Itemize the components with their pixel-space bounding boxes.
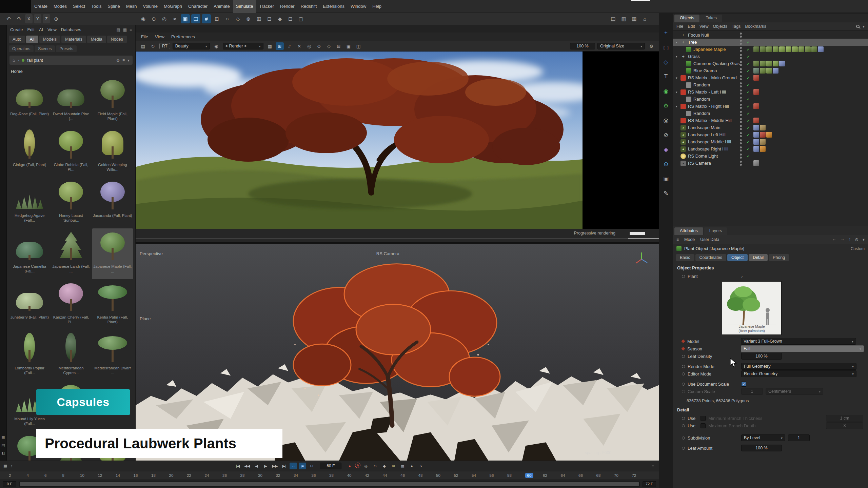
tag-swatch[interactable] [766,46,772,52]
anim-dot[interactable] [682,372,685,375]
model-dropdown[interactable]: Variant 3 Full-Grown [741,338,856,345]
object-row[interactable]: Landscape Middle Hill ✓ [673,138,868,145]
object-label[interactable]: Japanese Maple [693,47,740,52]
mode-tool-icon[interactable]: ⊘ [662,130,670,139]
object-label[interactable]: RS Dome Light [688,154,740,159]
render-view-menu-item[interactable]: Preferences [171,34,195,39]
object-label[interactable]: Tree [688,40,740,45]
plant-preview[interactable]: Japanese Maple (Acer palmatum) [722,281,782,335]
aov-dropdown[interactable]: Beauty [173,43,210,49]
keyframe-dot[interactable] [681,347,685,350]
frame-tick[interactable]: 64 [561,473,579,477]
enabled-check[interactable]: ✓ [747,76,753,80]
tag-swatch[interactable] [766,68,772,74]
render-toolbar-icon[interactable]: ⊞ [276,42,284,50]
mode-tool-icon[interactable]: ▢ [662,43,670,52]
toolbar-icon[interactable]: ◉ [139,14,148,23]
render-toolbar-icon[interactable]: ▤ [139,42,147,50]
object-menu-item[interactable]: View [699,24,709,29]
object-row[interactable]: Random ✓ [673,81,868,88]
object-label[interactable]: Random [693,111,740,116]
search-icon[interactable] [856,25,860,28]
frame-tick[interactable]: 14 [116,473,134,477]
mode-tool-icon[interactable]: ▣ [662,174,670,183]
anim-dot[interactable] [682,436,685,440]
asset-subtab[interactable]: Scenes [35,45,55,52]
render-canvas[interactable] [136,52,659,229]
object-label[interactable]: RS Matrix - Middle Hill [688,118,740,123]
object-row[interactable]: Random ✓ [673,96,868,103]
object-row[interactable]: Common Quaking Grass ✓ [673,60,868,67]
record-button[interactable]: A [355,463,360,468]
section-tab[interactable]: Coordinates [695,254,726,261]
visibility-dots[interactable] [740,89,742,95]
current-frame-field[interactable]: 60 F [320,463,341,469]
use-document-scale-checkbox[interactable]: ✓ [741,382,746,387]
toolbar-icon[interactable]: ○ [223,14,232,23]
tag-swatch[interactable] [779,61,785,66]
object-label[interactable]: RS Matrix - Right Hill [688,104,740,109]
asset-menu-icon[interactable]: ▦ [123,27,127,32]
enabled-check[interactable]: ✓ [747,125,753,130]
object-row[interactable]: Landscape Left Hill ✓ [673,131,868,138]
frame-tick[interactable]: 72 [632,473,650,477]
size-dropdown[interactable]: Original Size [597,43,645,49]
frame-tick[interactable]: 40 [347,473,365,477]
sort-icon[interactable]: ▾ [127,58,130,63]
range-start-field[interactable]: 0 F [3,481,16,487]
leaf-amount-field[interactable]: 100 % [741,445,782,451]
section-tab[interactable]: Basic [676,254,694,261]
transport-button[interactable]: |◀ [234,463,242,469]
rt-toggle[interactable]: RT [159,43,170,49]
asset-item[interactable]: Dog-Rose (Fall, Plant) [9,76,50,127]
frame-tick[interactable]: 24 [205,473,223,477]
render-toolbar-icon[interactable]: ◎ [305,42,313,50]
section-tab[interactable]: Detail [749,254,768,261]
toolbar-icon[interactable]: ▦ [254,14,263,23]
anim-dot[interactable] [682,424,685,427]
object-label[interactable]: Common Quaking Grass [693,61,740,66]
record-button[interactable]: ● [346,463,353,469]
frame-tick[interactable]: 56 [490,473,508,477]
menu-item[interactable]: Volume [140,0,161,13]
tag-swatch[interactable] [760,146,766,152]
frame-tick[interactable]: 54 [472,473,490,477]
user-data-menu[interactable]: User Data [700,237,719,242]
asset-menu-item[interactable]: View [47,27,57,32]
min-branch-checkbox[interactable] [701,416,706,421]
tag-swatch[interactable] [811,46,817,52]
asset-item[interactable]: Globe Robinia (Fall, Pl... [50,127,92,178]
enabled-check[interactable]: ✓ [747,40,753,45]
panel-tab[interactable]: Layers [704,227,728,235]
attribute-nav-icon[interactable]: ▾ [863,237,865,242]
transport-button[interactable]: ▶ [262,463,270,469]
asset-item[interactable]: Mediterranean Dwarf ... [92,330,133,381]
attribute-nav-icon[interactable]: ⊙ [855,237,858,242]
search-bar[interactable]: ⌂ › fall plant ⊗ ≡ ▾ [9,56,133,65]
object-label[interactable]: Landscape Right Hill [688,146,740,151]
asset-item[interactable]: Lombardy Poplar (Fall... [9,330,50,381]
mode-tool-icon[interactable]: + [662,28,670,37]
object-menu-icon[interactable]: ▾ [863,24,865,29]
record-button[interactable]: ⊞ [390,463,397,469]
transport-button[interactable]: ◀◀ [243,463,251,469]
tag-swatch[interactable] [760,61,766,66]
asset-item[interactable]: Hedgehog Agave (Fall... [9,178,50,228]
asset-tab[interactable]: Media [87,36,106,43]
timeline-options-icon[interactable]: ≡ [652,464,654,468]
anim-dot[interactable] [682,365,685,368]
menu-item[interactable]: Animate [211,0,233,13]
enabled-check[interactable]: ✓ [747,83,753,87]
object-row[interactable]: ▾ Tree ✓ [673,39,868,46]
panel-divider[interactable] [659,13,659,488]
tag-swatch[interactable] [792,46,798,52]
frame-tick[interactable]: 16 [134,473,152,477]
object-label[interactable]: RS Camera [688,161,740,166]
anim-dot[interactable] [682,383,685,386]
tag-swatch[interactable] [818,46,824,52]
transport-button[interactable]: ▶| [280,463,288,469]
record-button[interactable]: ◎ [362,463,370,469]
menu-item[interactable]: Select [70,0,88,13]
tag-swatch[interactable] [766,132,772,138]
frame-tick[interactable]: 70 [614,473,632,477]
